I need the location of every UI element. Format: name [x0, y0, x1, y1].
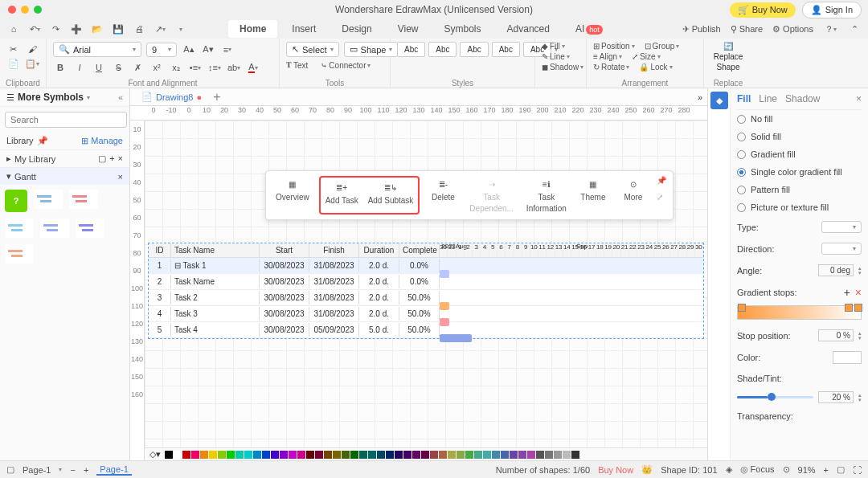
publish-button[interactable]: ✈ Publish	[682, 24, 721, 35]
next-page-icon[interactable]: +	[84, 465, 88, 475]
page-select[interactable]: Page-1	[23, 465, 51, 475]
color-swatch[interactable]	[253, 451, 261, 459]
status-buy-now[interactable]: Buy Now	[598, 465, 633, 475]
color-swatch[interactable]	[218, 451, 226, 459]
gantt-row[interactable]: 3Task 230/08/202331/08/20232.0 d.50.0%	[149, 290, 703, 306]
task-info-button[interactable]: ≡ℹTaskInformation	[523, 176, 570, 214]
line-tab[interactable]: Line	[759, 93, 777, 104]
angle-input[interactable]: 0 deg	[818, 264, 854, 276]
line-spacing-icon[interactable]: ↕≡▾	[207, 60, 222, 75]
gradient-stop-1[interactable]	[738, 304, 744, 323]
cell-name[interactable]: Task Name	[171, 275, 260, 288]
gantt-symbol-3[interactable]	[5, 219, 34, 238]
symbol-search-input[interactable]	[5, 112, 127, 128]
color-swatch[interactable]	[571, 451, 579, 459]
color-swatch[interactable]	[191, 451, 199, 459]
sign-in-button[interactable]: 👤 Sign In	[802, 2, 862, 18]
cell-duration[interactable]: 2.0 d.	[359, 259, 399, 272]
lock-menu[interactable]: 🔒 Lock▾	[639, 63, 672, 71]
style-preset-3[interactable]: Abc	[460, 42, 488, 57]
mylib-add-icon[interactable]: ▢	[98, 153, 106, 164]
mylib-close-icon[interactable]: ×	[118, 153, 123, 164]
size-menu[interactable]: ⤢ Size▾	[632, 52, 660, 61]
prev-page-icon[interactable]: −	[70, 465, 75, 475]
color-swatch[interactable]	[395, 451, 403, 459]
cell-duration[interactable]: 5.0 d.	[359, 323, 399, 337]
stoppos-down-icon[interactable]: ▾	[858, 336, 862, 341]
color-swatch[interactable]	[262, 451, 270, 459]
toolbar-settings-icon[interactable]: ⤢	[657, 193, 666, 202]
gantt-bar[interactable]	[440, 270, 449, 278]
cell-name[interactable]: Task 2	[171, 291, 260, 304]
share-button[interactable]: ⚲ Share	[731, 24, 763, 35]
color-swatch[interactable]	[563, 451, 571, 459]
print-icon[interactable]: 🖨	[132, 22, 146, 36]
zoom-window-icon[interactable]	[34, 6, 42, 14]
font-color-icon[interactable]: A▾	[246, 60, 260, 75]
library-pin-icon[interactable]: 📌	[37, 136, 48, 146]
color-swatch[interactable]	[412, 451, 420, 459]
gradient-stop-2[interactable]	[845, 304, 851, 323]
expand-rightpanel-icon[interactable]: »	[698, 92, 707, 102]
close-window-icon[interactable]	[8, 6, 16, 14]
hamburger-icon[interactable]: ☰	[6, 92, 14, 103]
color-swatch[interactable]	[306, 451, 314, 459]
expand-gantt-icon[interactable]: ▾	[6, 171, 11, 182]
open-icon[interactable]: 📂	[90, 22, 104, 36]
cell-complete[interactable]: 50.0%	[399, 323, 440, 337]
opt-gradient[interactable]: Gradient fill	[737, 145, 862, 163]
fit-icon[interactable]: ⊙	[783, 464, 790, 475]
color-swatch[interactable]	[244, 451, 252, 459]
tab-ai[interactable]: AIhot	[564, 20, 614, 38]
cell-start[interactable]: 30/08/2023	[260, 307, 309, 321]
highlight-icon[interactable]: ab▾	[227, 60, 241, 75]
cell-complete[interactable]: 0.0%	[399, 275, 440, 288]
stoppos-input[interactable]: 0 %	[818, 329, 854, 341]
tab-advanced[interactable]: Advanced	[496, 20, 561, 38]
replace-shape-button[interactable]: 🔄 Replace Shape	[710, 42, 746, 71]
color-swatch[interactable]	[377, 451, 385, 459]
color-swatch[interactable]	[554, 451, 562, 459]
layers-icon[interactable]: ◈	[726, 464, 732, 475]
cell-finish[interactable]: 31/08/2023	[309, 307, 359, 321]
opt-solid[interactable]: Solid fill	[737, 128, 862, 145]
gantt-close-icon[interactable]: ×	[118, 172, 123, 182]
cut-icon[interactable]: ✂	[6, 42, 21, 56]
cell-duration[interactable]: 2.0 d.	[359, 307, 399, 321]
color-swatch[interactable]	[474, 451, 482, 459]
tab-view[interactable]: View	[387, 20, 430, 38]
color-swatch[interactable]	[235, 451, 244, 459]
style-preset-1[interactable]: Abc	[397, 42, 425, 57]
pages-icon[interactable]: ▢	[6, 464, 14, 475]
gantt-row[interactable]: 2Task Name30/08/202331/08/20232.0 d.0.0%	[149, 274, 703, 290]
expand-mylib-icon[interactable]: ▸	[6, 153, 11, 164]
color-swatch[interactable]	[271, 451, 279, 459]
color-swatch[interactable]	[324, 451, 332, 459]
collapse-left-icon[interactable]: «	[118, 92, 123, 102]
subscript-icon[interactable]: x₂	[169, 60, 183, 75]
fill-menu[interactable]: ◆ Fill▾	[542, 42, 579, 51]
cell-finish[interactable]: 05/09/2023	[309, 323, 359, 337]
cell-start[interactable]: 30/08/2023	[260, 259, 309, 272]
tab-insert[interactable]: Insert	[280, 20, 327, 38]
remove-stop-icon[interactable]: ×	[855, 286, 862, 299]
cell-name[interactable]: ⊟ Task 1	[171, 259, 260, 272]
color-swatch[interactable]	[386, 451, 394, 459]
gantt-chart[interactable]: ID Task Name Start Finish Duration Compl…	[148, 243, 704, 339]
fill-bucket-icon[interactable]: ◇▾	[149, 449, 161, 460]
canvas[interactable]: ▦Overview ≣+Add Task ≣↳Add Subtask ≣-Del…	[145, 121, 707, 460]
color-swatch[interactable]	[527, 451, 535, 459]
bullets-icon[interactable]: •≡▾	[188, 60, 203, 75]
shade-down-icon[interactable]: ▾	[858, 398, 862, 402]
zoom-in-icon[interactable]: +	[824, 465, 829, 475]
cell-finish[interactable]: 31/08/2023	[309, 275, 359, 288]
opt-nofill[interactable]: No fill	[737, 110, 862, 128]
format-painter-icon[interactable]: 🖌	[26, 42, 40, 56]
color-swatch[interactable]	[510, 451, 518, 459]
color-swatch[interactable]	[368, 451, 376, 459]
gantt-symbol-2[interactable]	[69, 190, 98, 209]
text-tool[interactable]: 𝐓 Text	[286, 60, 308, 70]
color-swatch[interactable]	[359, 451, 367, 459]
connector-tool[interactable]: ⤷ Connector▾	[321, 61, 371, 70]
color-swatch[interactable]	[501, 451, 509, 459]
